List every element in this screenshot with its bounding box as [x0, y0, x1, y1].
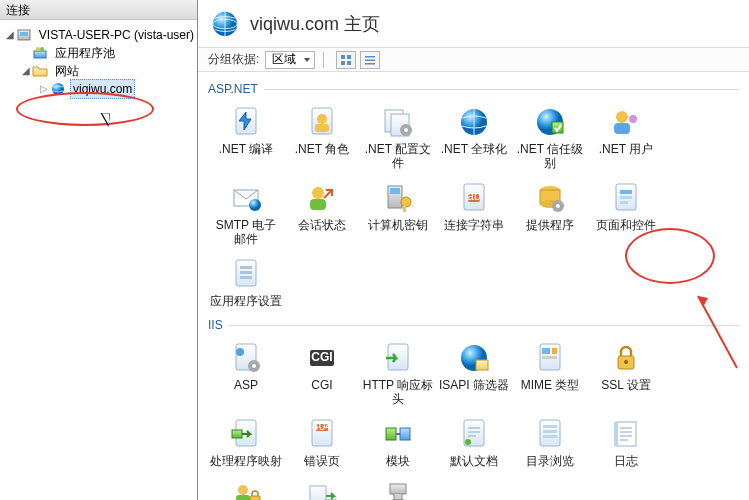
- svg-text:404: 404: [312, 419, 332, 433]
- feature-icon: [532, 180, 568, 216]
- feature-item[interactable]: 输出缓存: [286, 478, 358, 500]
- feature-item[interactable]: .NET 角色: [286, 104, 358, 170]
- feature-content: ASP.NET.NET 编译.NET 角色.NET 配置文件.NET 全球化.N…: [198, 72, 749, 500]
- feature-icon: [380, 104, 416, 140]
- page-title: viqiwu.com 主页: [250, 12, 380, 36]
- svg-rect-48: [620, 201, 628, 204]
- feature-label: 页面和控件: [596, 218, 656, 232]
- feature-label: SSL 设置: [601, 378, 651, 392]
- tree-node-server[interactable]: ◢ VISTA-USER-PC (vista-user): [4, 26, 197, 44]
- caret-icon[interactable]: ▷: [38, 80, 50, 98]
- feature-label: .NET 用户: [599, 142, 653, 156]
- feature-item[interactable]: HTTP 响应标头: [362, 340, 434, 406]
- svg-rect-80: [543, 435, 557, 438]
- globe-icon: [50, 81, 66, 97]
- svg-rect-27: [614, 123, 630, 134]
- feature-icon: [380, 416, 416, 452]
- svg-point-17: [317, 114, 327, 124]
- feature-item[interactable]: 默认文档: [438, 416, 510, 468]
- svg-rect-11: [347, 61, 351, 65]
- feature-item[interactable]: CGICGI: [286, 340, 358, 406]
- svg-rect-52: [240, 276, 252, 279]
- feature-item[interactable]: .NET 配置文件: [362, 104, 434, 170]
- feature-item[interactable]: 身份验证: [210, 478, 282, 500]
- apppool-icon: [32, 45, 48, 61]
- caret-icon[interactable]: ◢: [20, 62, 32, 80]
- svg-point-83: [238, 485, 248, 495]
- svg-rect-2: [34, 51, 46, 58]
- feature-icon: [228, 340, 264, 376]
- feature-item[interactable]: .NET 用户: [590, 104, 662, 170]
- feature-icon: [228, 104, 264, 140]
- feature-icon: [304, 180, 340, 216]
- feature-label: .NET 角色: [295, 142, 349, 156]
- svg-point-30: [249, 199, 261, 211]
- feature-label: 连接字符串: [444, 218, 504, 232]
- feature-icon: [228, 180, 264, 216]
- svg-rect-34: [390, 188, 400, 194]
- svg-rect-64: [552, 348, 557, 354]
- svg-text:ab: ab: [467, 189, 481, 203]
- feature-item[interactable]: 压缩: [362, 478, 434, 500]
- feature-label: 应用程序设置: [210, 294, 282, 308]
- feature-icon: [456, 340, 492, 376]
- tree-node-sites[interactable]: ◢ 网站: [4, 62, 197, 80]
- feature-item[interactable]: 会话状态: [286, 180, 358, 246]
- feature-group: IISASPCGICGIHTTP 响应标头ISAPI 筛选器MIME 类型SSL…: [208, 316, 739, 500]
- svg-point-44: [556, 204, 560, 208]
- svg-rect-9: [347, 55, 351, 59]
- svg-rect-12: [365, 56, 375, 58]
- feature-icon: [228, 478, 264, 500]
- svg-rect-78: [543, 425, 557, 428]
- svg-rect-47: [620, 196, 632, 199]
- feature-item[interactable]: 提供程序: [514, 180, 586, 246]
- feature-label: ASP: [234, 378, 258, 392]
- feature-label: .NET 信任级别: [514, 142, 586, 170]
- feature-item[interactable]: SSL 设置: [590, 340, 662, 406]
- feature-item[interactable]: .NET 全球化: [438, 104, 510, 170]
- feature-label: 模块: [386, 454, 410, 468]
- feature-label: 提供程序: [526, 218, 574, 232]
- feature-label: 处理程序映射: [210, 454, 282, 468]
- feature-item[interactable]: 目录浏览: [514, 416, 586, 468]
- feature-item[interactable]: 模块: [362, 416, 434, 468]
- svg-rect-81: [616, 422, 636, 446]
- feature-item[interactable]: MIME 类型: [514, 340, 586, 406]
- tree-node-site-viqiwu[interactable]: ▷ viqiwu.com: [4, 80, 197, 98]
- svg-rect-73: [386, 428, 396, 440]
- feature-item[interactable]: 404错误页: [286, 416, 358, 468]
- feature-item[interactable]: 应用程序设置: [210, 256, 282, 308]
- view-details-button[interactable]: [360, 51, 380, 69]
- connections-pane: 连接 ◢ VISTA-USER-PC (vista-user) 应用程序池 ◢: [0, 0, 198, 500]
- separator: [323, 52, 324, 68]
- svg-rect-51: [240, 271, 252, 274]
- feature-icon: [608, 416, 644, 452]
- groupby-dropdown[interactable]: 区域: [265, 51, 315, 69]
- svg-rect-65: [542, 356, 557, 359]
- feature-item[interactable]: 处理程序映射: [210, 416, 282, 468]
- server-icon: [16, 27, 32, 43]
- feature-item[interactable]: SMTP 电子邮件: [210, 180, 282, 246]
- feature-item[interactable]: 页面和控件: [590, 180, 662, 246]
- feature-header: viqiwu.com 主页: [198, 0, 749, 48]
- feature-icon: [608, 340, 644, 376]
- svg-point-56: [236, 348, 244, 356]
- view-large-button[interactable]: [336, 51, 356, 69]
- feature-icon: [608, 104, 644, 140]
- feature-icon: [228, 256, 264, 292]
- feature-icon: CGI: [304, 340, 340, 376]
- feature-item[interactable]: ab连接字符串: [438, 180, 510, 246]
- feature-item[interactable]: ISAPI 筛选器: [438, 340, 510, 406]
- tree-node-apppools[interactable]: 应用程序池: [4, 44, 197, 62]
- feature-item[interactable]: 日志: [590, 416, 662, 468]
- feature-label: 错误页: [304, 454, 340, 468]
- feature-item[interactable]: ASP: [210, 340, 282, 406]
- connections-title: 连接: [0, 0, 197, 20]
- svg-rect-36: [403, 206, 406, 212]
- svg-rect-10: [341, 61, 345, 65]
- feature-item[interactable]: .NET 信任级别: [514, 104, 586, 170]
- caret-icon[interactable]: ◢: [4, 26, 16, 44]
- svg-point-76: [465, 439, 471, 445]
- feature-item[interactable]: .NET 编译: [210, 104, 282, 170]
- feature-item[interactable]: 计算机密钥: [362, 180, 434, 246]
